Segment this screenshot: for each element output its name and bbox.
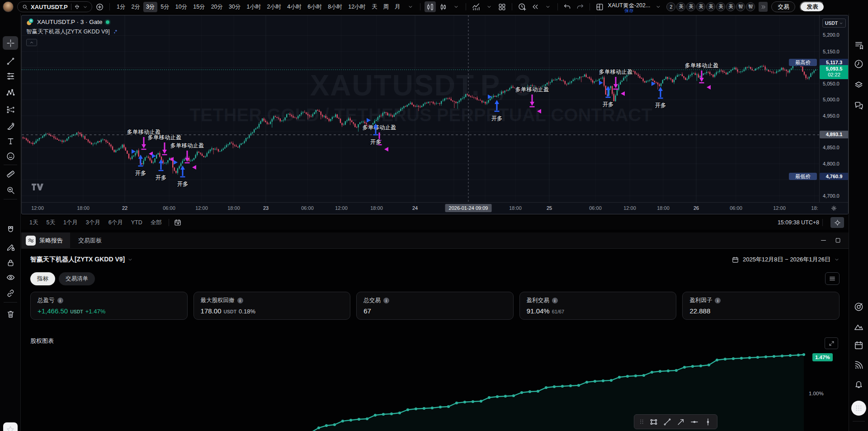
candlestick-chart[interactable]: 最高价最低价多单移动止盈多单移动止盈多单移动止盈多单移动止盈多单移动止盈多单移动… (22, 15, 820, 203)
report-date-range[interactable]: 2025年12月8日 − 2026年1月26日 (731, 256, 840, 264)
tab-strategy-report[interactable]: 策略报告 (21, 232, 70, 249)
collapse-badges-button[interactable] (759, 2, 768, 12)
price-axis[interactable]: USDT 5,200.05,150.05,050.05,000.04,950.0… (819, 15, 848, 203)
timeframe-12小时[interactable]: 12小时 (345, 2, 368, 12)
card-net-profit[interactable]: 总盈亏i +1,466.50USDT+1.47% (30, 292, 188, 320)
equity-expand-button[interactable] (825, 337, 838, 349)
trade-button[interactable]: 交易 (771, 1, 795, 12)
object-tree-icon[interactable] (854, 80, 864, 90)
measure-tool-button[interactable] (5, 168, 15, 178)
favorites-star-button[interactable] (3, 422, 18, 431)
legend-collapse-button[interactable] (26, 39, 37, 46)
undo-button[interactable] (562, 1, 573, 12)
range-全部[interactable]: 全部 (147, 218, 165, 228)
range-6个月[interactable]: 6个月 (105, 218, 127, 228)
profile-badge-6[interactable]: 美 (726, 2, 735, 11)
create-alert-button[interactable] (516, 1, 528, 12)
remove-drawings-button[interactable] (5, 309, 15, 319)
draw-vline-tool[interactable] (703, 417, 712, 426)
profile-badge-1[interactable]: 美 (676, 2, 685, 11)
go-to-date-button[interactable] (172, 217, 183, 228)
bar-replay-button[interactable] (530, 1, 541, 12)
scroll-to-recent-button[interactable] (830, 217, 844, 228)
streams-signal-icon[interactable] (854, 360, 864, 370)
time-axis[interactable]: 12:0018:002206:0012:0018:002306:0012:001… (22, 202, 820, 214)
timeframe-20分[interactable]: 20分 (208, 2, 226, 12)
save-layout-button[interactable]: 保存 (608, 8, 651, 13)
magnet-tool-button[interactable] (5, 225, 15, 235)
maximize-panel-button[interactable] (835, 237, 841, 244)
profile-badge-0[interactable]: 2 (666, 2, 675, 11)
info-icon[interactable]: i (383, 298, 389, 303)
diamond-icon[interactable] (74, 4, 80, 10)
clock-utc[interactable]: 15:09:38 UTC+8 (778, 219, 819, 226)
range-1个月[interactable]: 1个月 (60, 218, 81, 228)
axis-settings-corner[interactable] (819, 202, 848, 214)
card-total-trades[interactable]: 总交易i 67 (356, 292, 514, 320)
draw-rect-tool[interactable] (649, 417, 658, 426)
timeframe-1小时[interactable]: 1小时 (244, 2, 264, 12)
text-tool-button[interactable] (5, 136, 15, 146)
strategy-name-dropdown[interactable]: 智赢天下机器人[ZYTX GKDD V9] (30, 256, 133, 264)
crosshair-tool-button[interactable] (3, 36, 18, 50)
info-icon[interactable]: i (57, 298, 63, 303)
range-5天[interactable]: 5天 (42, 218, 58, 228)
emoji-tool-button[interactable] (5, 151, 15, 161)
timeframe-周[interactable]: 周 (381, 2, 392, 12)
timeframe-5分[interactable]: 5分 (158, 2, 172, 12)
legend-symbol-text[interactable]: XAUTUSDT.P · 3 · Gate (37, 19, 103, 25)
chat-icon[interactable] (854, 100, 864, 111)
sync-drawings-button[interactable] (5, 288, 15, 298)
price-chart-panel[interactable]: XAUTUSDT.P, 3 TETHER GOLD / TETHERUS PER… (21, 15, 849, 214)
indicator-templates-button[interactable] (496, 1, 508, 12)
compare-add-button[interactable] (94, 1, 105, 12)
fib-tool-button[interactable] (5, 71, 15, 81)
profile-badge-7[interactable]: 智 (736, 2, 745, 11)
chevron-down-icon[interactable] (83, 5, 88, 9)
drawing-mode-button[interactable] (5, 242, 15, 252)
minimize-panel-button[interactable] (820, 237, 827, 244)
chart-style-chevron[interactable] (451, 1, 462, 12)
timeframe-10分[interactable]: 10分 (173, 2, 190, 12)
forecast-tool-button[interactable] (5, 104, 15, 114)
indicators-chevron[interactable] (484, 1, 495, 12)
redo-button[interactable] (575, 1, 585, 12)
range-YTD[interactable]: YTD (127, 218, 146, 227)
profile-badge-4[interactable]: 美 (706, 2, 715, 11)
indicators-button[interactable] (470, 1, 482, 12)
legend-strategy-text[interactable]: 智赢天下机器人[ZYTX GKDD V9] (26, 28, 110, 36)
watchlist-icon[interactable] (854, 40, 864, 50)
timeframe-2小时[interactable]: 2小时 (264, 2, 284, 12)
drag-handle[interactable] (639, 419, 645, 425)
timeframe-1分[interactable]: 1分 (114, 2, 128, 12)
profile-badge-5[interactable]: 美 (716, 2, 725, 11)
ideas-icon[interactable] (854, 322, 864, 332)
timeframe-3分[interactable]: 3分 (143, 2, 157, 12)
calendar-icon[interactable] (854, 340, 864, 350)
currency-toggle-button[interactable]: USDT (822, 19, 846, 28)
profile-badge-8[interactable]: 智 (746, 2, 755, 11)
timeframe-6小时[interactable]: 6小时 (305, 2, 325, 12)
layout-title[interactable]: XAUT黄金-202... (608, 3, 651, 8)
layout-name[interactable]: XAUT黄金-202... 保存 (608, 3, 651, 13)
card-max-drawdown[interactable]: 最大股权回撤i 178.00USDT0.18% (193, 292, 351, 320)
alerts-clock-icon[interactable] (854, 59, 864, 69)
range-3个月[interactable]: 3个月 (82, 218, 104, 228)
draw-hline-tool[interactable] (690, 417, 699, 426)
replay-chevron[interactable] (542, 1, 553, 12)
info-icon[interactable]: i (237, 298, 243, 303)
timeframe-8小时[interactable]: 8小时 (325, 2, 345, 12)
profile-badge-2[interactable]: 美 (686, 2, 695, 11)
publish-button[interactable]: 发表 (800, 1, 825, 12)
trend-line-tool-button[interactable] (5, 56, 15, 66)
chart-style-alt-button[interactable] (438, 1, 449, 12)
chart-style-candles-button[interactable] (425, 1, 436, 12)
card-profit-factor[interactable]: 盈利因子i 22.888 (682, 292, 840, 320)
draw-line-tool[interactable] (663, 417, 672, 426)
equity-curve-chart[interactable] (0, 330, 868, 431)
brush-tool-button[interactable] (5, 121, 15, 131)
card-profitable-trades[interactable]: 盈利交易i 91.04%61/67 (519, 292, 677, 320)
layout-grid-button[interactable] (594, 1, 605, 12)
tab-trading-panel[interactable]: 交易面板 (70, 237, 110, 245)
timeframe-2分[interactable]: 2分 (128, 2, 142, 12)
